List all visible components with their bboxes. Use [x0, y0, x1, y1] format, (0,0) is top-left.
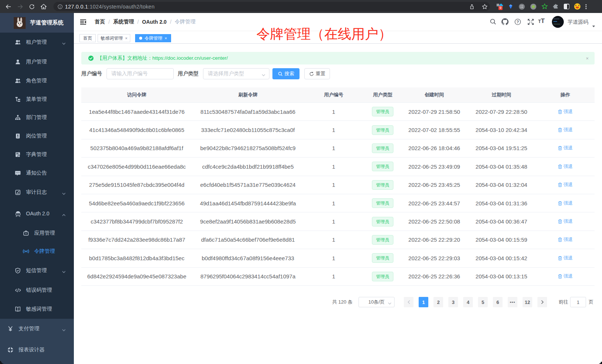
svg-text:?: ?	[517, 20, 519, 24]
